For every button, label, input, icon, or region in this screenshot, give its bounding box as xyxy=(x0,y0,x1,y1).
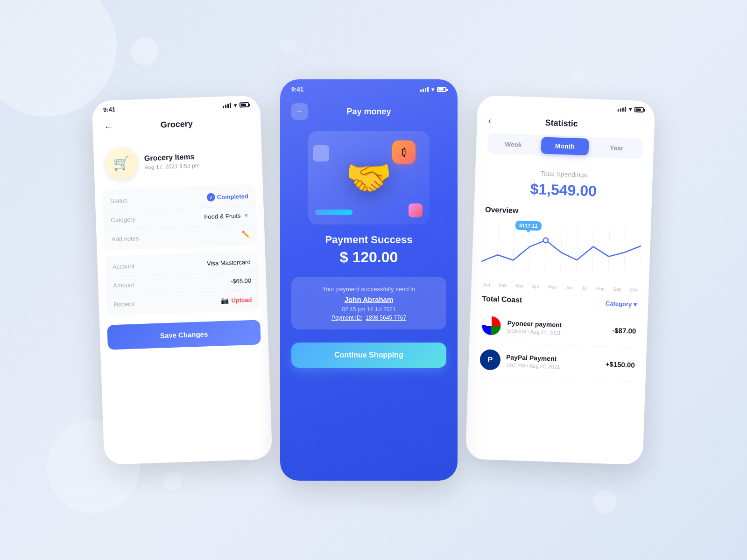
account-value: Visa Mastercard xyxy=(207,259,251,267)
camera-icon: 📷 xyxy=(220,297,229,305)
pyoneer-amount: -$87.00 xyxy=(612,326,636,335)
category-value: Food & Fruits ▼ xyxy=(204,212,249,220)
payment-recipient: John Abraham xyxy=(303,295,435,303)
svg-line-4 xyxy=(561,227,562,271)
status-icons-phone2: ▾ xyxy=(420,86,446,93)
svg-line-1 xyxy=(513,225,514,270)
category-label: Category xyxy=(111,216,135,224)
status-icons-phone3: ▾ xyxy=(618,105,644,113)
back-button-phone1[interactable]: ← xyxy=(104,121,113,133)
svg-line-9 xyxy=(640,230,641,274)
svg-line-0 xyxy=(497,224,499,269)
paypal-icon: P xyxy=(479,349,501,371)
amount-label: Amount xyxy=(113,281,134,289)
payment-phone: 9:41 ▾ ← Pay money xyxy=(280,79,458,481)
chevron-down-icon: ▾ xyxy=(634,301,637,308)
amount-value: -$65.00 xyxy=(231,277,252,285)
paypal-amount: +$150.00 xyxy=(606,360,635,369)
save-changes-button[interactable]: Save Changes xyxy=(107,320,261,350)
bitcoin-icon: ₿ xyxy=(392,140,416,164)
payment-id-label: Payment ID: xyxy=(331,315,362,321)
label-feb: Feb xyxy=(499,282,507,288)
payment-illustration: 🤝 ₿ xyxy=(308,131,430,224)
page-title-phone2: Pay money xyxy=(308,107,430,117)
battery-icon-3 xyxy=(634,107,644,112)
label-may: May xyxy=(548,284,557,290)
line-chart xyxy=(481,219,641,281)
status-label: Status xyxy=(110,196,127,204)
payment-id-value: 1898 5645 7767 xyxy=(366,315,406,321)
back-button-phone2[interactable]: ← xyxy=(291,103,308,120)
grocery-phone: 9:41 ▾ ← Grocery 🛒 Gr xyxy=(92,95,272,465)
label-aug: Aug xyxy=(596,286,605,292)
total-cost-title: Total Coast xyxy=(482,294,522,304)
paypal-info: PayPal Payment 3:02 PM • Aug 20, 2021 xyxy=(506,353,600,371)
transaction-list: Pyoneer payment 9:09 AM • Aug 21, 2021 -… xyxy=(468,308,648,382)
phone2-header: ← Pay money xyxy=(280,97,458,126)
page-title-phone1: Grocery xyxy=(120,118,233,131)
receipt-label: Receipt xyxy=(113,300,134,308)
handshake-icon: 🤝 xyxy=(345,156,392,200)
signal-icon xyxy=(223,103,231,108)
payment-success-section: Payment Success $ 120.00 xyxy=(314,234,423,277)
chart-container: $117.11 xyxy=(481,219,641,286)
wifi-icon: ▾ xyxy=(234,102,237,108)
continue-shopping-button[interactable]: Continue Shopping xyxy=(291,343,446,368)
label-oct: Oct xyxy=(630,287,638,293)
battery-icon xyxy=(240,102,249,108)
total-spendings-amount: $1,549.00 xyxy=(474,178,652,202)
dropdown-icon: ▼ xyxy=(243,212,249,218)
svg-point-10 xyxy=(543,238,548,243)
svg-line-6 xyxy=(592,228,594,272)
total-spendings-section: Total Spendings $1,549.00 xyxy=(474,163,653,211)
grocery-name: Grocery Items xyxy=(144,152,200,162)
wifi-icon-3: ▾ xyxy=(629,106,632,112)
chart-tooltip: $117.11 xyxy=(515,221,542,231)
category-filter-button[interactable]: Category ▾ xyxy=(606,300,637,308)
edit-icon[interactable]: ✏️ xyxy=(241,231,250,238)
payment-amount: $ 120.00 xyxy=(325,249,412,266)
label-jul: Jul xyxy=(582,286,588,291)
status-value: ✓ Completed xyxy=(206,192,248,202)
status-icons-phone1: ▾ xyxy=(223,101,249,109)
payment-info-box: Your payment successfully send to John A… xyxy=(291,277,446,329)
wifi-icon-2: ▾ xyxy=(431,86,434,93)
svg-line-8 xyxy=(624,229,626,273)
svg-line-3 xyxy=(545,226,546,271)
battery-icon-2 xyxy=(437,87,446,92)
account-section: Account Visa Mastercard Amount -$65.00 R… xyxy=(105,251,260,315)
label-apr: Apr xyxy=(532,284,539,289)
tab-month[interactable]: Month xyxy=(541,137,589,155)
account-label: Account xyxy=(113,263,134,271)
illustration-bg: 🤝 ₿ xyxy=(308,131,430,224)
transaction-item-paypal[interactable]: P PayPal Payment 3:02 PM • Aug 20, 2021 … xyxy=(476,343,639,382)
page-title-phone3: Statistic xyxy=(491,116,632,131)
transaction-item-pyoneer[interactable]: Pyoneer payment 9:09 AM • Aug 21, 2021 -… xyxy=(477,308,640,348)
label-sep: Sep xyxy=(613,287,621,292)
status-bar-phone2: 9:41 ▾ xyxy=(280,79,458,97)
notes-label: Add notes xyxy=(112,235,139,243)
label-jan: Jan xyxy=(482,282,490,287)
pyoneer-info: Pyoneer payment 9:09 AM • Aug 21, 2021 xyxy=(507,319,607,337)
overview-section: Overview $117.11 xyxy=(471,205,651,293)
payment-id: Payment ID: 1898 5645 7767 xyxy=(303,315,435,321)
grocery-info: Grocery Items Aug 17, 2021 9:53 pm xyxy=(144,152,200,170)
tab-week[interactable]: Week xyxy=(489,135,537,154)
pyoneer-icon xyxy=(481,315,502,336)
header-spacer xyxy=(632,126,643,126)
grocery-avatar: 🛒 xyxy=(105,146,138,180)
tab-year[interactable]: Year xyxy=(592,139,641,157)
check-icon: ✓ xyxy=(206,193,215,202)
svg-line-5 xyxy=(577,227,578,272)
svg-line-7 xyxy=(608,229,610,273)
decorative-card-3 xyxy=(409,203,423,217)
payment-description: Your payment successfully send to xyxy=(303,286,435,293)
decorative-card-2 xyxy=(315,210,352,215)
upload-button[interactable]: 📷 Upload xyxy=(220,296,252,304)
label-mar: Mar xyxy=(515,283,524,289)
signal-icon-2 xyxy=(420,87,429,92)
decorative-card-1 xyxy=(313,145,329,161)
payment-datetime: 02:45 pm 14 Jul 2021 xyxy=(303,306,435,313)
total-spendings-label: Total Spendings xyxy=(475,168,653,181)
grocery-item-header: 🛒 Grocery Items Aug 17, 2021 9:53 pm xyxy=(93,134,262,189)
